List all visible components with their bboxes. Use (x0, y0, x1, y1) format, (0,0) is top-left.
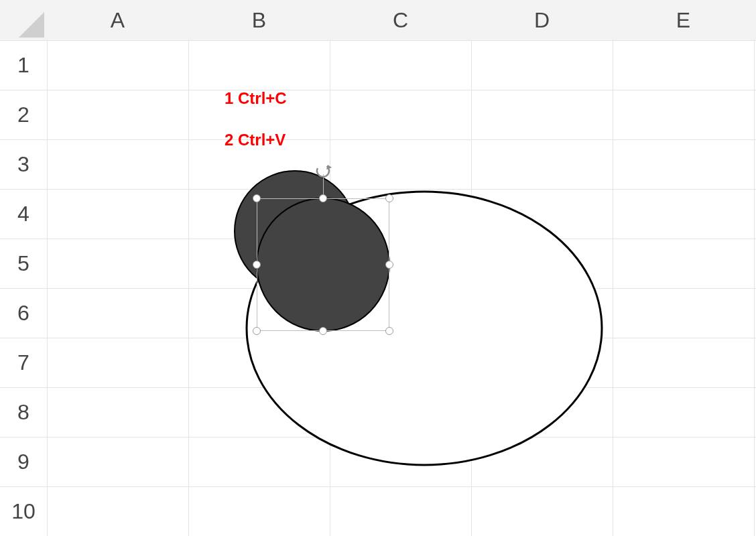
svg-marker-0 (19, 12, 44, 38)
annotation-copy: 1 Ctrl+C (225, 89, 287, 108)
row-header-10[interactable]: 10 (0, 486, 47, 536)
shape-selection-box[interactable] (257, 198, 389, 331)
resize-handle-sw[interactable] (253, 327, 261, 335)
resize-handle-e[interactable] (385, 261, 393, 269)
column-header-E[interactable]: E (613, 0, 754, 40)
row-header-1[interactable]: 1 (0, 40, 47, 90)
column-header-B[interactable]: B (188, 0, 330, 40)
column-header-A[interactable]: A (47, 0, 188, 40)
annotation-paste: 2 Ctrl+V (225, 131, 286, 149)
svg-point-1 (314, 162, 331, 179)
resize-handle-w[interactable] (253, 261, 261, 269)
resize-handle-ne[interactable] (385, 194, 393, 202)
select-all-corner[interactable] (0, 0, 47, 40)
column-header-C[interactable]: C (330, 0, 471, 40)
resize-handle-s[interactable] (319, 327, 327, 335)
select-all-triangle-icon (19, 12, 44, 38)
spreadsheet-grid[interactable]: ABCDE 12345678910 1 Ctrl+C 2 Ctrl+V (0, 0, 756, 536)
row-header-3[interactable]: 3 (0, 139, 47, 189)
row-header-6[interactable]: 6 (0, 288, 47, 338)
resize-handle-se[interactable] (385, 327, 393, 335)
resize-handle-nw[interactable] (253, 194, 261, 202)
row-header-4[interactable]: 4 (0, 189, 47, 239)
rotation-handle-icon[interactable] (314, 162, 332, 180)
row-header-9[interactable]: 9 (0, 437, 47, 486)
column-headers: ABCDE (0, 0, 756, 40)
resize-handle-n[interactable] (319, 194, 327, 202)
row-header-7[interactable]: 7 (0, 338, 47, 387)
row-header-5[interactable]: 5 (0, 239, 47, 288)
column-header-D[interactable]: D (471, 0, 613, 40)
row-header-2[interactable]: 2 (0, 90, 47, 139)
row-header-8[interactable]: 8 (0, 387, 47, 437)
